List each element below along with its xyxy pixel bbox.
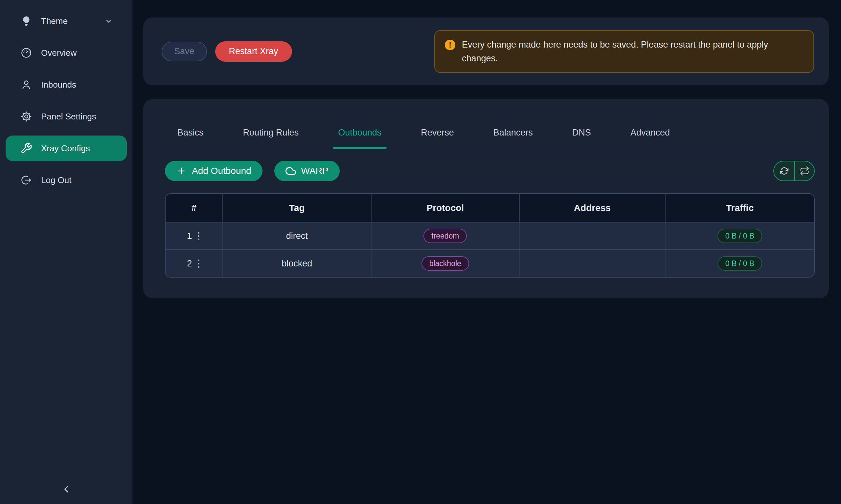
- protocol-cell: freedom: [372, 222, 520, 249]
- table-row: 1 direct freedom 0 B / 0 B: [166, 222, 814, 249]
- restart-warning-alert: ! Every change made here needs to be sav…: [434, 30, 814, 73]
- tab-routing-rules[interactable]: Routing Rules: [238, 117, 304, 148]
- refresh-button-group: [773, 161, 815, 181]
- chevron-left-icon: [61, 483, 72, 495]
- sidebar-item-label: Panel Settings: [41, 111, 96, 122]
- app-root: Theme Overview: [0, 0, 841, 504]
- traffic-badge: 0 B / 0 B: [718, 256, 762, 271]
- traffic-cell: 0 B / 0 B: [666, 222, 814, 249]
- sidebar-item-panel-settings[interactable]: Panel Settings: [5, 104, 127, 129]
- theme-selector[interactable]: Theme: [5, 8, 127, 34]
- table-header-row: # Tag Protocol Address Traffic: [166, 194, 814, 222]
- repeat-icon: [800, 166, 809, 176]
- row-index-cell: 1: [166, 222, 223, 249]
- traffic-cell: 0 B / 0 B: [666, 250, 814, 277]
- main-content: Save Restart Xray ! Every change made he…: [132, 0, 841, 504]
- tag-cell: blocked: [223, 250, 372, 277]
- column-header-protocol: Protocol: [372, 194, 520, 222]
- warp-label: WARP: [301, 166, 328, 176]
- tab-balancers[interactable]: Balancers: [488, 117, 538, 148]
- protocol-badge: freedom: [424, 229, 467, 243]
- tab-dns[interactable]: DNS: [567, 117, 596, 148]
- protocol-cell: blackhole: [372, 250, 520, 277]
- lightbulb-icon: [20, 15, 32, 27]
- outbounds-table: # Tag Protocol Address Traffic 1 direct: [165, 193, 815, 277]
- row-menu-icon[interactable]: [196, 231, 201, 241]
- refresh-icon: [779, 166, 789, 176]
- gear-icon: [20, 111, 32, 122]
- sidebar-item-log-out[interactable]: Log Out: [5, 167, 127, 193]
- tag-cell: direct: [223, 222, 372, 249]
- user-icon: [20, 79, 32, 91]
- address-cell: [520, 222, 666, 249]
- tab-basics[interactable]: Basics: [172, 117, 209, 148]
- warning-icon: !: [445, 40, 455, 50]
- row-number: 1: [187, 231, 192, 241]
- sidebar-item-xray-configs[interactable]: Xray Configs: [5, 136, 127, 161]
- column-header-tag: Tag: [223, 194, 372, 222]
- sidebar-collapse-button[interactable]: [55, 478, 78, 501]
- sidebar-item-label: Log Out: [41, 175, 72, 185]
- row-index-cell: 2: [166, 250, 223, 277]
- cloud-icon: [286, 166, 296, 176]
- chevron-down-icon: [104, 16, 114, 26]
- reload-config-button[interactable]: [794, 161, 814, 180]
- sidebar-item-label: Overview: [41, 48, 76, 58]
- wrench-icon: [20, 142, 32, 154]
- sidebar-item-label: Xray Configs: [41, 143, 90, 154]
- column-header-index: #: [166, 194, 223, 222]
- alert-text: Every change made here needs to be saved…: [462, 38, 804, 65]
- tab-outbounds[interactable]: Outbounds: [333, 117, 387, 148]
- row-number: 2: [187, 258, 192, 269]
- outbounds-toolbar: Add Outbound WARP: [165, 161, 815, 181]
- table-row: 2 blocked blackhole 0 B / 0 B: [166, 249, 814, 277]
- protocol-badge: blackhole: [422, 256, 469, 271]
- sidebar-item-overview[interactable]: Overview: [5, 40, 127, 66]
- actions-card: Save Restart Xray ! Every change made he…: [143, 17, 829, 85]
- traffic-badge: 0 B / 0 B: [718, 229, 762, 243]
- sidebar: Theme Overview: [0, 0, 132, 504]
- theme-label: Theme: [41, 16, 68, 26]
- warp-button[interactable]: WARP: [274, 161, 340, 181]
- add-outbound-button[interactable]: Add Outbound: [165, 161, 262, 181]
- gauge-icon: [20, 47, 32, 59]
- tab-reverse[interactable]: Reverse: [416, 117, 459, 148]
- xray-config-card: Basics Routing Rules Outbounds Reverse B…: [143, 99, 829, 298]
- address-cell: [520, 250, 666, 277]
- refresh-button[interactable]: [774, 161, 794, 180]
- column-header-address: Address: [520, 194, 666, 222]
- tab-advanced[interactable]: Advanced: [625, 117, 675, 148]
- save-button[interactable]: Save: [161, 42, 207, 61]
- config-tabbar: Basics Routing Rules Outbounds Reverse B…: [165, 118, 815, 148]
- sidebar-item-inbounds[interactable]: Inbounds: [5, 72, 127, 97]
- logout-icon: [20, 174, 32, 186]
- row-menu-icon[interactable]: [196, 258, 201, 269]
- plus-icon: [176, 166, 187, 176]
- column-header-traffic: Traffic: [666, 194, 814, 222]
- add-outbound-label: Add Outbound: [192, 166, 251, 176]
- restart-xray-button[interactable]: Restart Xray: [215, 41, 292, 62]
- sidebar-item-label: Inbounds: [41, 80, 76, 90]
